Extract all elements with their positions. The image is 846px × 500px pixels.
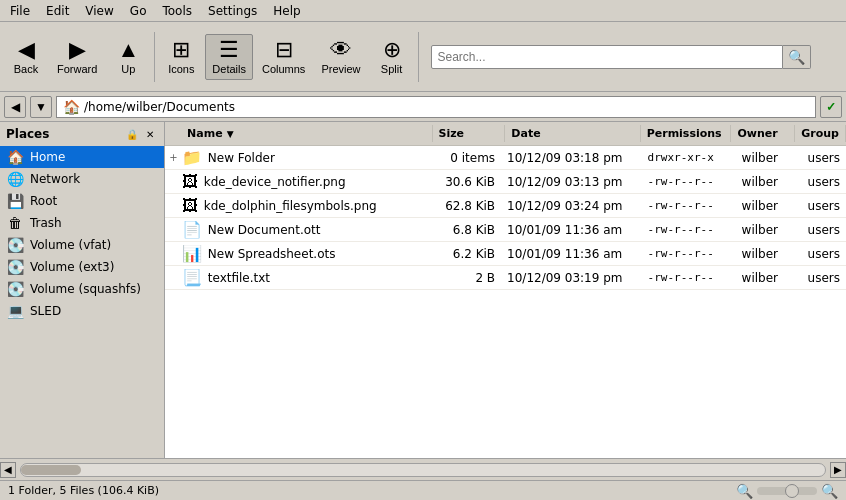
file-type-icon: 📄 <box>182 220 202 239</box>
icons-button[interactable]: ⊞ Icons <box>159 34 203 80</box>
menu-file[interactable]: File <box>2 2 38 20</box>
preview-button[interactable]: 👁 Preview <box>314 34 367 80</box>
table-row[interactable]: + 📁 New Folder 0 items 10/12/09 03:18 pm… <box>165 146 846 170</box>
file-name: New Spreadsheet.ots <box>208 247 336 261</box>
sidebar-item-volume-ext3[interactable]: 💽 Volume (ext3) <box>0 256 164 278</box>
sidebar-item-trash[interactable]: 🗑 Trash <box>0 212 164 234</box>
sidebar-item-label: Volume (vfat) <box>30 238 111 252</box>
location-path[interactable]: 🏠 /home/wilber/Documents <box>56 96 816 118</box>
nav-dropdown-button[interactable]: ▼ <box>30 96 52 118</box>
menubar: File Edit View Go Tools Settings Help <box>0 0 846 22</box>
col-header-name[interactable]: Name ▼ <box>181 125 432 142</box>
back-label: Back <box>14 63 38 75</box>
volume-squashfs-icon: 💽 <box>6 281 24 297</box>
table-row[interactable]: 📃 textfile.txt 2 B 10/12/09 03:19 pm -rw… <box>165 266 846 290</box>
menu-edit[interactable]: Edit <box>38 2 77 20</box>
zoom-thumb <box>785 484 799 498</box>
columns-label: Columns <box>262 63 305 75</box>
file-size: 6.2 KiB <box>426 247 501 261</box>
file-group: users <box>802 199 846 213</box>
table-row[interactable]: 📄 New Document.ott 6.8 KiB 10/01/09 11:3… <box>165 218 846 242</box>
table-row[interactable]: 🖼 kde_dolphin_filesymbols.png 62.8 KiB 1… <box>165 194 846 218</box>
menu-settings[interactable]: Settings <box>200 2 265 20</box>
sidebar-item-network[interactable]: 🌐 Network <box>0 168 164 190</box>
sidebar-item-volume-squashfs[interactable]: 💽 Volume (squashfs) <box>0 278 164 300</box>
file-name: New Document.ott <box>208 223 321 237</box>
preview-icon: 👁 <box>330 39 352 61</box>
bottom-scrollbar-bar: ◀ ▶ <box>0 458 846 480</box>
sidebar-item-label: Volume (squashfs) <box>30 282 141 296</box>
search-button[interactable]: 🔍 <box>783 45 811 69</box>
forward-button[interactable]: ▶ Forward <box>50 34 104 80</box>
icons-label: Icons <box>168 63 194 75</box>
sidebar-header-actions: 🔒 ✕ <box>124 126 158 142</box>
search-icon: 🔍 <box>788 49 805 65</box>
menu-go[interactable]: Go <box>122 2 155 20</box>
scroll-right-button[interactable]: ▶ <box>830 462 846 478</box>
col-header-date[interactable]: Date <box>505 125 640 142</box>
file-date: 10/12/09 03:13 pm <box>501 175 642 189</box>
columns-icon: ⊟ <box>275 39 293 61</box>
sidebar: Places 🔒 ✕ 🏠 Home 🌐 Network 💾 Root 🗑 Tra… <box>0 122 165 458</box>
filelist-area: Name ▼ Size Date Permissions Owner Group… <box>165 122 846 458</box>
file-type-icon: 📊 <box>182 244 202 263</box>
columns-button[interactable]: ⊟ Columns <box>255 34 312 80</box>
zoom-out-button[interactable]: 🔍 <box>736 483 753 499</box>
expand-cell: + <box>165 152 182 163</box>
zoom-area: 🔍 🔍 <box>736 483 838 499</box>
sidebar-item-sled[interactable]: 💻 SLED <box>0 300 164 322</box>
scrollbar-thumb <box>21 465 81 475</box>
search-input[interactable] <box>431 45 783 69</box>
file-permissions: -rw-r--r-- <box>642 271 736 284</box>
sidebar-item-home[interactable]: 🏠 Home <box>0 146 164 168</box>
back-button[interactable]: ◀ Back <box>4 34 48 80</box>
split-button[interactable]: ⊕ Split <box>370 34 414 80</box>
zoom-slider[interactable] <box>757 487 817 495</box>
search-area: 🔍 <box>431 45 811 69</box>
table-row[interactable]: 📊 New Spreadsheet.ots 6.2 KiB 10/01/09 1… <box>165 242 846 266</box>
file-size: 2 B <box>426 271 501 285</box>
sidebar-item-label: Root <box>30 194 57 208</box>
file-name: kde_dolphin_filesymbols.png <box>204 199 377 213</box>
file-group: users <box>802 151 846 165</box>
file-name: kde_device_notifier.png <box>204 175 346 189</box>
location-text: /home/wilber/Documents <box>84 100 235 114</box>
file-name-cell: 📄 New Document.ott <box>182 220 426 239</box>
filelist-header: Name ▼ Size Date Permissions Owner Group <box>165 122 846 146</box>
sidebar-item-label: Network <box>30 172 80 186</box>
nav-back-button[interactable]: ◀ <box>4 96 26 118</box>
sidebar-item-label: Home <box>30 150 65 164</box>
sidebar-item-volume-vfat[interactable]: 💽 Volume (vfat) <box>0 234 164 256</box>
file-type-icon: 📁 <box>182 148 202 167</box>
file-date: 10/01/09 11:36 am <box>501 247 642 261</box>
details-button[interactable]: ☰ Details <box>205 34 253 80</box>
menu-tools[interactable]: Tools <box>154 2 200 20</box>
table-row[interactable]: 🖼 kde_device_notifier.png 30.6 KiB 10/12… <box>165 170 846 194</box>
icons-icon: ⊞ <box>172 39 190 61</box>
col-header-owner[interactable]: Owner <box>731 125 795 142</box>
file-type-icon: 📃 <box>182 268 202 287</box>
file-group: users <box>802 223 846 237</box>
menu-view[interactable]: View <box>77 2 121 20</box>
menu-help[interactable]: Help <box>265 2 308 20</box>
preview-label: Preview <box>321 63 360 75</box>
up-button[interactable]: ▲ Up <box>106 34 150 80</box>
sidebar-lock-button[interactable]: 🔒 <box>124 126 140 142</box>
horizontal-scrollbar[interactable] <box>20 463 826 477</box>
scroll-left-button[interactable]: ◀ <box>0 462 16 478</box>
home-icon: 🏠 <box>6 149 24 165</box>
trash-icon: 🗑 <box>6 215 24 231</box>
nav-check-button[interactable]: ✓ <box>820 96 842 118</box>
file-permissions: -rw-r--r-- <box>642 223 736 236</box>
sidebar-close-button[interactable]: ✕ <box>142 126 158 142</box>
locationbar: ◀ ▼ 🏠 /home/wilber/Documents ✓ <box>0 92 846 122</box>
zoom-in-button[interactable]: 🔍 <box>821 483 838 499</box>
file-size: 62.8 KiB <box>426 199 501 213</box>
back-icon: ◀ <box>18 39 35 61</box>
network-icon: 🌐 <box>6 171 24 187</box>
col-header-permissions[interactable]: Permissions <box>641 125 732 142</box>
sidebar-item-root[interactable]: 💾 Root <box>0 190 164 212</box>
col-header-group[interactable]: Group <box>795 125 846 142</box>
col-header-size[interactable]: Size <box>433 125 506 142</box>
file-date: 10/01/09 11:36 am <box>501 223 642 237</box>
